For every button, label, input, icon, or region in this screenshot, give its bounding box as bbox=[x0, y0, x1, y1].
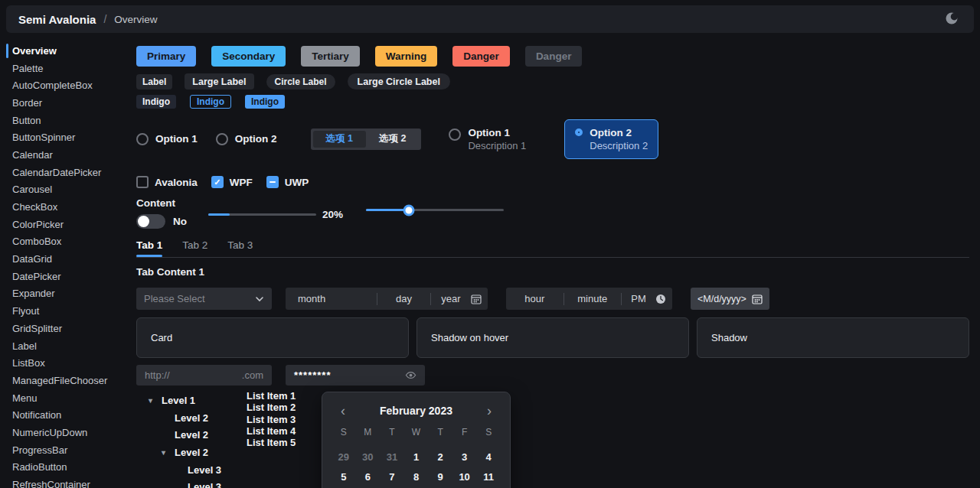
radio-option[interactable]: Option 2 bbox=[216, 133, 277, 145]
calendar-day[interactable]: 2 bbox=[428, 447, 452, 467]
sidebar-item[interactable]: RefreshContainer bbox=[0, 476, 130, 488]
tree-item[interactable]: ▾ Level 2 bbox=[145, 426, 240, 444]
slider-2-thumb[interactable] bbox=[403, 204, 414, 216]
time-picker-minute[interactable]: minute bbox=[564, 293, 622, 304]
theme-toggle-button[interactable] bbox=[942, 9, 962, 29]
time-picker-hour[interactable]: hour bbox=[506, 293, 564, 304]
calendar-day[interactable]: 7 bbox=[380, 467, 404, 487]
toggle-switch[interactable] bbox=[136, 214, 165, 229]
sidebar-item-label: ButtonSpinner bbox=[12, 132, 75, 143]
calendar-day[interactable]: 3 bbox=[452, 447, 477, 467]
calendar-day[interactable]: 4 bbox=[476, 447, 501, 467]
tree-expander-icon[interactable]: ▾ bbox=[149, 396, 162, 405]
sidebar-item[interactable]: Carousel bbox=[0, 181, 130, 199]
date-picker-day[interactable]: day bbox=[377, 293, 430, 304]
calendar-day[interactable]: 11 bbox=[476, 467, 501, 487]
button-group-option[interactable]: 选项 2 bbox=[366, 131, 419, 148]
checkbox-option[interactable]: Avalonia bbox=[136, 176, 198, 188]
sidebar-item[interactable]: DatePicker bbox=[0, 268, 130, 285]
toggle-column: Content No bbox=[136, 197, 187, 229]
chevron-left-icon[interactable]: ‹ bbox=[339, 404, 347, 418]
tree-item[interactable]: ▾ Level 3 bbox=[145, 478, 240, 488]
list-item[interactable]: List Item 2 bbox=[247, 402, 308, 413]
tree-item[interactable]: ▾ Level 2 bbox=[145, 409, 240, 427]
date-picker[interactable]: month day year bbox=[286, 288, 488, 310]
tab[interactable]: Tab 1 bbox=[136, 239, 162, 257]
time-picker-ampm[interactable]: PM bbox=[622, 293, 655, 304]
list-item[interactable]: List Item 1 bbox=[247, 390, 308, 402]
calendar-day[interactable]: 31 bbox=[380, 447, 404, 467]
sidebar-item[interactable]: CheckBox bbox=[0, 198, 130, 216]
calendar-day[interactable]: 29 bbox=[332, 447, 356, 467]
date-picker-month[interactable]: month bbox=[286, 293, 377, 304]
url-input[interactable]: http:// .com bbox=[136, 365, 272, 386]
demo-button[interactable]: Warning bbox=[375, 46, 438, 67]
tree-item[interactable]: ▾ Level 3 bbox=[145, 461, 240, 479]
button-group-option[interactable]: 选项 1 bbox=[313, 131, 366, 148]
demo-button[interactable]: Danger bbox=[452, 46, 510, 67]
sidebar-item[interactable]: CalendarDatePicker bbox=[0, 164, 130, 181]
sidebar-item[interactable]: Expander bbox=[0, 285, 130, 303]
sidebar-item[interactable]: Menu bbox=[0, 389, 130, 407]
calendar-day[interactable]: 1 bbox=[404, 447, 429, 467]
radio-option[interactable]: Option 1 bbox=[136, 133, 198, 145]
tree-item[interactable]: ▾ Level 2 bbox=[145, 444, 240, 461]
calendar-day[interactable]: 8 bbox=[404, 467, 429, 487]
demo-button[interactable]: Danger bbox=[525, 46, 583, 67]
list-item[interactable]: List Item 4 bbox=[247, 425, 308, 437]
sidebar-item[interactable]: Label bbox=[0, 337, 130, 355]
list-item[interactable]: List Item 5 bbox=[247, 437, 308, 448]
calendar-day[interactable]: 6 bbox=[356, 467, 381, 487]
calendar-day[interactable]: 30 bbox=[356, 447, 381, 467]
demo-button[interactable]: Secondary bbox=[211, 46, 286, 67]
sidebar-item[interactable]: DataGrid bbox=[0, 250, 130, 268]
sidebar-item[interactable]: ManagedFileChooser bbox=[0, 372, 130, 389]
slider-1[interactable] bbox=[208, 213, 316, 216]
list-item[interactable]: List Item 3 bbox=[247, 414, 308, 425]
calendar-day[interactable]: 10 bbox=[452, 467, 477, 487]
sidebar-item[interactable]: Calendar bbox=[0, 146, 130, 164]
calendar-date-picker[interactable]: <M/d/yyyy> bbox=[691, 288, 769, 310]
sidebar-item[interactable]: ButtonSpinner bbox=[0, 129, 130, 146]
sidebar-item[interactable]: GridSplitter bbox=[0, 320, 130, 337]
sidebar-item[interactable]: Notification bbox=[0, 406, 130, 424]
sidebar-item[interactable]: Overview bbox=[0, 42, 130, 60]
sidebar-item[interactable]: Flyout bbox=[0, 302, 130, 320]
sidebar-item[interactable]: AutoCompleteBox bbox=[0, 76, 130, 94]
sidebar-item[interactable]: ComboBox bbox=[0, 233, 130, 251]
sidebar-item[interactable]: RadioButton bbox=[0, 459, 130, 477]
sidebar-item[interactable]: ListBox bbox=[0, 354, 130, 372]
checkbox-option[interactable]: UWP bbox=[266, 176, 309, 188]
sidebar-item[interactable]: Button bbox=[0, 112, 130, 129]
sidebar-item[interactable]: Border bbox=[0, 94, 130, 112]
url-input-prefix: http:// bbox=[145, 369, 170, 381]
sidebar-item-label: ComboBox bbox=[12, 236, 61, 247]
radio-card[interactable]: Option 1 Description 1 bbox=[438, 119, 537, 159]
calendar-title: February 2023 bbox=[380, 405, 452, 417]
sidebar-item[interactable]: ColorPicker bbox=[0, 216, 130, 233]
demo-button[interactable]: Tertiary bbox=[301, 46, 360, 67]
calendar-day[interactable]: 5 bbox=[332, 467, 356, 487]
tree-expander-icon[interactable]: ▾ bbox=[162, 448, 175, 457]
password-input[interactable]: ******** bbox=[286, 365, 425, 386]
toggle-state-label: No bbox=[173, 216, 187, 227]
radio-card[interactable]: Option 2 Description 2 bbox=[564, 119, 658, 159]
calendar-day[interactable]: 9 bbox=[428, 467, 452, 487]
chevron-right-icon[interactable]: › bbox=[485, 404, 493, 418]
sidebar-item[interactable]: Palette bbox=[0, 60, 130, 77]
tab[interactable]: Tab 3 bbox=[227, 239, 253, 257]
day-of-week-label: S bbox=[476, 427, 501, 444]
tab[interactable]: Tab 2 bbox=[182, 239, 207, 257]
date-picker-year[interactable]: year bbox=[431, 293, 471, 304]
combobox[interactable]: Please Select bbox=[136, 288, 272, 310]
time-picker[interactable]: hour minute PM bbox=[506, 288, 672, 310]
sidebar-item[interactable]: ProgressBar bbox=[0, 441, 130, 459]
card-row: CardShadow on hoverShadow bbox=[136, 317, 969, 358]
checkbox-option[interactable]: WPF bbox=[211, 176, 253, 188]
slider-2[interactable] bbox=[366, 209, 504, 211]
checkbox-demo-row: Avalonia WPF UWP bbox=[136, 176, 969, 188]
sidebar-item[interactable]: NumericUpDown bbox=[0, 424, 130, 441]
demo-button[interactable]: Primary bbox=[136, 46, 196, 67]
eye-icon[interactable] bbox=[405, 369, 416, 381]
tree-item[interactable]: ▾ Level 1 bbox=[145, 392, 240, 409]
